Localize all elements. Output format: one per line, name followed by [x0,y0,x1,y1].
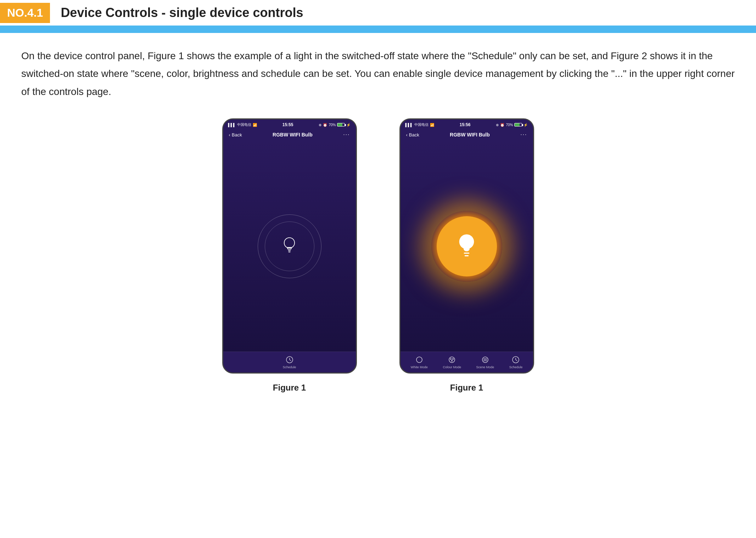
time-1: 15:55 [282,122,293,127]
battery-icon-1 [337,123,345,127]
charge-icon-1: ⚡ [346,123,351,127]
colour-mode-label: Colour Mode [443,365,461,369]
status-left-2: ▌▌▌ 中国电信 📶 [405,122,434,127]
charge-icon-2: ⚡ [523,123,528,127]
phone-figure1: ▌▌▌ 中国电信 📶 15:55 ⊕ ⏰ 70% ⚡ ‹ Back [222,118,357,374]
status-right-2: ⊕ ⏰ 70% ⚡ [496,123,528,127]
phone-content-1 [223,141,356,352]
location-icon-2: ⊕ [496,123,499,127]
more-options-button-1[interactable]: ··· [343,131,350,138]
toolbar-white-mode[interactable]: White Mode [411,355,428,369]
carrier-2: 中国电信 [414,122,429,127]
wifi-icon-1: 📶 [253,123,257,127]
signal-bars-1: ▌▌▌ [228,123,236,127]
figures-container: ▌▌▌ 中国电信 📶 15:55 ⊕ ⏰ 70% ⚡ ‹ Back [0,111,756,410]
figure1-caption: Figure 1 [273,379,306,396]
time-2: 15:56 [460,122,471,127]
nav-bar-2: ‹ Back RGBW WIFI Bulb ··· [401,129,533,141]
figure2-wrapper: ▌▌▌ 中国电信 📶 15:56 ⊕ ⏰ 70% ⚡ ‹ Back [399,118,534,396]
svg-point-12 [452,358,454,360]
phone-toolbar-1: Schedule [223,352,356,372]
status-bar-1: ▌▌▌ 中国电信 📶 15:55 ⊕ ⏰ 70% ⚡ [223,119,356,129]
page-header: NO.4.1 Device Controls - single device c… [0,0,756,27]
figure1-wrapper: ▌▌▌ 中国电信 📶 15:55 ⊕ ⏰ 70% ⚡ ‹ Back [222,118,357,396]
nav-title-1: RGBW WIFI Bulb [273,132,313,138]
svg-point-9 [416,357,422,363]
schedule-icon-2 [511,355,520,364]
toolbar-schedule-2[interactable]: Schedule [509,355,523,369]
location-icon-1: ⊕ [319,123,321,127]
section-badge: NO.4.1 [0,3,50,23]
bulb-off [254,211,325,282]
nav-title-2: RGBW WIFI Bulb [450,132,490,138]
schedule-icon-1 [285,355,294,364]
toolbar-schedule-1[interactable]: Schedule [283,355,296,369]
status-bar-2: ▌▌▌ 中国电信 📶 15:56 ⊕ ⏰ 70% ⚡ [401,119,533,129]
svg-point-6 [459,234,474,249]
svg-point-10 [449,357,455,363]
figure2-caption: Figure 1 [450,379,483,396]
status-left-1: ▌▌▌ 中国电信 📶 [228,122,257,127]
scene-mode-label: Scene Mode [476,365,494,369]
battery-icon-2 [514,123,522,127]
back-button-2[interactable]: ‹ Back [406,132,419,138]
status-right-1: ⊕ ⏰ 70% ⚡ [319,123,351,127]
toolbar-scene-mode[interactable]: Scene Mode [476,355,494,369]
back-button-1[interactable]: ‹ Back [229,132,242,138]
phone-content-2 [401,141,533,352]
white-mode-label: White Mode [411,365,428,369]
nav-bar-1: ‹ Back RGBW WIFI Bulb ··· [223,129,356,141]
battery-percent-2: 70% [506,123,513,127]
battery-percent-1: 70% [329,123,336,127]
wifi-icon-2: 📶 [430,123,434,127]
bulb-circle-orange [437,216,497,276]
bulb-icon-on [453,233,480,259]
alarm-icon-2: ⏰ [500,123,504,127]
back-label-1: Back [232,132,242,138]
svg-point-11 [450,358,452,360]
back-label-2: Back [409,132,419,138]
phone-toolbar-2: White Mode Colour Mode [401,352,533,372]
schedule-label-2: Schedule [509,365,523,369]
svg-point-13 [451,360,453,362]
body-paragraph: On the device control panel, Figure 1 sh… [0,33,756,111]
signal-bars-2: ▌▌▌ [405,123,413,127]
accent-bar [0,27,756,33]
toolbar-colour-mode[interactable]: Colour Mode [443,355,461,369]
scene-mode-icon [481,355,489,364]
white-mode-icon [415,355,424,364]
page-title: Device Controls - single device controls [50,0,314,26]
colour-mode-icon [448,355,456,364]
bulb-on [428,207,506,285]
chevron-left-icon-1: ‹ [229,132,230,138]
phone-figure2: ▌▌▌ 中国电信 📶 15:56 ⊕ ⏰ 70% ⚡ ‹ Back [399,118,534,374]
svg-line-20 [516,360,517,361]
alarm-icon-1: ⏰ [323,123,327,127]
circle-inner-1 [265,222,314,271]
chevron-left-icon-2: ‹ [406,132,408,138]
schedule-label-1: Schedule [283,365,296,369]
svg-line-5 [290,360,291,361]
carrier-1: 中国电信 [237,122,251,127]
more-options-button-2[interactable]: ··· [520,131,527,138]
